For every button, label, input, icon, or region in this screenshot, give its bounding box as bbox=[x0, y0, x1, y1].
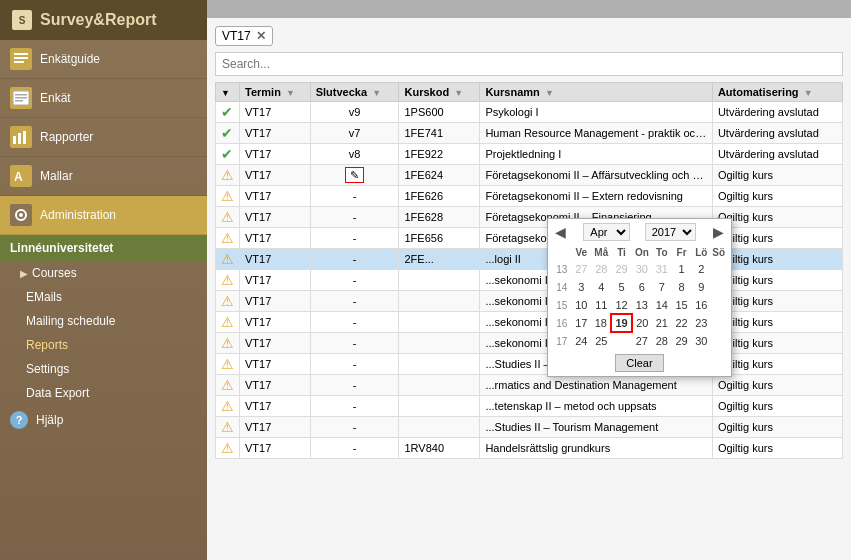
filter-icon-automatisering[interactable]: ▼ bbox=[804, 88, 813, 98]
week-num-14: 14 bbox=[552, 278, 571, 296]
svg-rect-3 bbox=[14, 61, 24, 63]
cell-status: ⚠ bbox=[216, 312, 240, 333]
week-num-13: 13 bbox=[552, 260, 571, 278]
cal-day-20[interactable]: 20 bbox=[632, 314, 652, 332]
cal-day-7[interactable]: 7 bbox=[652, 278, 672, 296]
table-row: ⚠VT17-...sekonomi II – Affärsutveckling … bbox=[216, 270, 843, 291]
cell-kursnamn: Human Resource Management - praktik och … bbox=[480, 123, 713, 144]
table-row: ⚠VT17-1FE656Företagsekonomi II – organis… bbox=[216, 228, 843, 249]
sidebar-sub-item-mailing-schedule[interactable]: Mailing schedule bbox=[0, 309, 207, 333]
cal-day-11[interactable]: 11 bbox=[591, 296, 611, 314]
cal-day-28-prev[interactable]: 28 bbox=[591, 260, 611, 278]
cal-day-30[interactable]: 30 bbox=[691, 332, 711, 350]
cell-kurskod bbox=[399, 396, 480, 417]
cal-day-5[interactable]: 5 bbox=[611, 278, 631, 296]
cal-day-29[interactable]: 29 bbox=[672, 332, 692, 350]
table-row: ⚠VT17✎1FE624Företagsekonomi II – Affärsu… bbox=[216, 165, 843, 186]
cal-day-18[interactable]: 18 bbox=[591, 314, 611, 332]
cell-slutvecka: v8 bbox=[310, 144, 399, 165]
cal-next-btn[interactable]: ▶ bbox=[710, 224, 727, 240]
cal-day-4[interactable]: 4 bbox=[591, 278, 611, 296]
cal-day-21[interactable]: 21 bbox=[652, 314, 672, 332]
cal-day-31-prev[interactable]: 31 bbox=[652, 260, 672, 278]
cal-day-9[interactable]: 9 bbox=[691, 278, 711, 296]
col-header-slutvecka: Slutvecka ▼ bbox=[310, 83, 399, 102]
cal-month-select[interactable]: JanFebMar AprMayJun JulAugSep OctNovDec bbox=[583, 223, 630, 241]
cell-status: ⚠ bbox=[216, 396, 240, 417]
sidebar-item-enkät[interactable]: Enkät bbox=[0, 79, 207, 118]
cell-status: ⚠ bbox=[216, 228, 240, 249]
cal-day-ti: Ti bbox=[611, 245, 631, 260]
filter-icon-termin[interactable]: ▼ bbox=[286, 88, 295, 98]
table-row: ⚠VT17-...sekonomi II – Extern redovisnin… bbox=[216, 291, 843, 312]
search-input[interactable] bbox=[215, 52, 843, 76]
cal-clear-button[interactable]: Clear bbox=[615, 354, 663, 372]
cell-automatisering: Utvärdering avslutad bbox=[712, 102, 842, 123]
edit-button[interactable]: ✎ bbox=[345, 167, 364, 183]
status-warn-icon: ⚠ bbox=[221, 188, 234, 204]
cal-day-lo: Lö bbox=[691, 245, 711, 260]
status-warn-icon: ⚠ bbox=[221, 398, 234, 414]
cal-year-select[interactable]: 20152016 20172018 bbox=[645, 223, 696, 241]
cal-day-15[interactable]: 15 bbox=[672, 296, 692, 314]
cell-termin: VT17 bbox=[240, 165, 311, 186]
sidebar-sub-item-data-export[interactable]: Data Export bbox=[0, 381, 207, 405]
cal-day-8[interactable]: 8 bbox=[672, 278, 692, 296]
cal-day-27[interactable]: 27 bbox=[632, 332, 652, 350]
sidebar-sub-item-emails[interactable]: EMails bbox=[0, 285, 207, 309]
cal-day-30-prev[interactable]: 30 bbox=[632, 260, 652, 278]
sidebar-help[interactable]: ? Hjälp bbox=[0, 405, 207, 435]
cell-status: ✔ bbox=[216, 102, 240, 123]
cell-slutvecka: - bbox=[310, 438, 399, 459]
logo-icon: S bbox=[12, 10, 32, 30]
cal-day-25[interactable]: 25 bbox=[591, 332, 611, 350]
cal-week-15: 15 10 11 12 13 14 15 16 bbox=[552, 296, 726, 314]
cell-kursnamn: Handelsrättslig grundkurs bbox=[480, 438, 713, 459]
sidebar-sub-item-settings[interactable]: Settings bbox=[0, 357, 207, 381]
filter-icon-slutvecka[interactable]: ▼ bbox=[372, 88, 381, 98]
calendar-grid: Ve Må Ti On To Fr Lö Sö 13 27 28 bbox=[552, 245, 727, 350]
cal-day-13[interactable]: 13 bbox=[632, 296, 652, 314]
status-warn-icon: ⚠ bbox=[221, 251, 234, 267]
cal-day-12[interactable]: 12 bbox=[611, 296, 631, 314]
sidebar-item-enkät-label: Enkät bbox=[40, 91, 71, 105]
cal-day-16[interactable]: 16 bbox=[691, 296, 711, 314]
cell-status: ⚠ bbox=[216, 375, 240, 396]
cell-status: ⚠ bbox=[216, 165, 240, 186]
cal-prev-btn[interactable]: ◀ bbox=[552, 224, 569, 240]
filter-icon-kursnamn[interactable]: ▼ bbox=[545, 88, 554, 98]
sidebar-item-mallar[interactable]: A Mallar bbox=[0, 157, 207, 196]
cal-day-27-prev[interactable]: 27 bbox=[571, 260, 591, 278]
app-title: S Survey&Report bbox=[0, 0, 207, 40]
cal-day-23[interactable]: 23 bbox=[691, 314, 711, 332]
cal-day-14[interactable]: 14 bbox=[652, 296, 672, 314]
sidebar-item-administration[interactable]: Administration bbox=[0, 196, 207, 235]
mallar-icon: A bbox=[10, 165, 32, 187]
cal-day-17[interactable]: 17 bbox=[571, 314, 591, 332]
cal-day-19-today[interactable]: 19 bbox=[611, 314, 631, 332]
table-row: ⚠VT17-1RV840Handelsrättslig grundkursOgi… bbox=[216, 438, 843, 459]
cell-kursnamn: Projektledning I bbox=[480, 144, 713, 165]
sidebar-sub-item-courses[interactable]: ▶ Courses bbox=[0, 261, 207, 285]
cal-day-so: Sö bbox=[711, 245, 726, 260]
cell-status: ⚠ bbox=[216, 354, 240, 375]
cal-day-24[interactable]: 24 bbox=[571, 332, 591, 350]
cal-day-22[interactable]: 22 bbox=[672, 314, 692, 332]
filter-icon-status[interactable]: ▼ bbox=[221, 88, 230, 98]
sidebar-sub-item-reports[interactable]: Reports bbox=[0, 333, 207, 357]
cal-day-1[interactable]: 1 bbox=[672, 260, 692, 278]
cal-day-29-prev[interactable]: 29 bbox=[611, 260, 631, 278]
svg-rect-7 bbox=[15, 97, 27, 99]
rapporter-icon bbox=[10, 126, 32, 148]
cal-day-10[interactable]: 10 bbox=[571, 296, 591, 314]
cell-slutvecka: - bbox=[310, 207, 399, 228]
cal-day-2[interactable]: 2 bbox=[691, 260, 711, 278]
cal-week-14: 14 3 4 5 6 7 8 9 bbox=[552, 278, 726, 296]
filter-tag-close[interactable]: ✕ bbox=[256, 29, 266, 43]
cal-day-6[interactable]: 6 bbox=[632, 278, 652, 296]
sidebar-item-rapporter[interactable]: Rapporter bbox=[0, 118, 207, 157]
filter-icon-kurskod[interactable]: ▼ bbox=[454, 88, 463, 98]
cal-day-28[interactable]: 28 bbox=[652, 332, 672, 350]
sidebar-item-enkätguide[interactable]: Enkätguide bbox=[0, 40, 207, 79]
cal-day-3[interactable]: 3 bbox=[571, 278, 591, 296]
